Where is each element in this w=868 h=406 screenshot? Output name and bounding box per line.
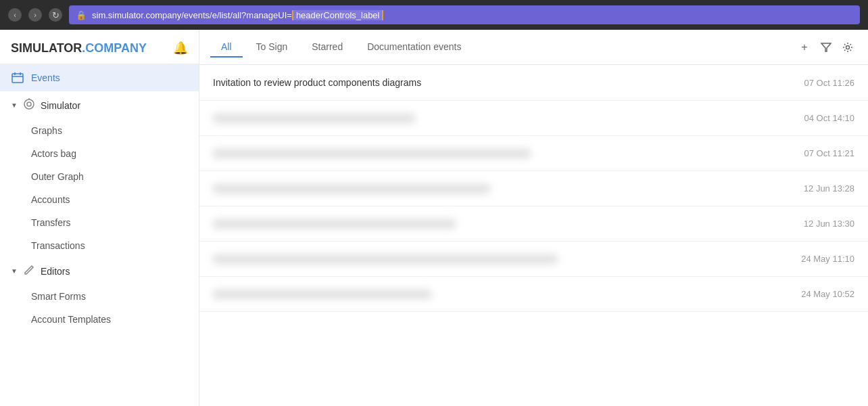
tab-starred[interactable]: Starred [301, 37, 354, 58]
event-row[interactable]: 24 May 10:52 [199, 277, 868, 312]
lock-icon: 🔒 [76, 10, 87, 20]
settings-button[interactable] [838, 38, 857, 57]
main-content: All To Sign Starred Documentation events… [199, 30, 868, 406]
event-date: 07 Oct 11:26 [804, 78, 854, 88]
event-row[interactable]: 07 Oct 11:21 [199, 136, 868, 171]
event-row[interactable]: 04 Oct 14:10 [199, 101, 868, 136]
sidebar-section-editors[interactable]: ▼ Editors [0, 257, 199, 285]
event-title-blurred [213, 149, 791, 158]
url-bar[interactable]: 🔒 sim.simulator.company/events/e/list/al… [69, 5, 860, 24]
event-date: 24 May 10:52 [801, 289, 854, 299]
tabs-bar: All To Sign Starred Documentation events… [199, 30, 868, 65]
tab-to-sign[interactable]: To Sign [245, 37, 299, 58]
event-row[interactable]: 12 Jun 13:30 [199, 206, 868, 242]
svg-rect-0 [12, 74, 23, 83]
sidebar-header: SIMULATOR.COMPANY 🔔 [0, 30, 199, 64]
svg-point-4 [24, 99, 34, 109]
event-title: Invitation to review product components … [213, 77, 791, 88]
sidebar-item-events[interactable]: Events [0, 64, 199, 91]
sidebar-item-events-label: Events [31, 72, 60, 83]
event-date: 24 May 11:10 [801, 254, 854, 264]
sidebar-item-actors-bag[interactable]: Actors bag [0, 142, 199, 165]
sidebar-item-smart-forms[interactable]: Smart Forms [0, 285, 199, 308]
url-start: sim.simulator.company/events/e [92, 10, 217, 20]
nav-forward-button[interactable]: › [28, 8, 42, 22]
sidebar-item-transactions[interactable]: Transactions [0, 234, 199, 257]
event-row[interactable]: 12 Jun 13:28 [199, 171, 868, 206]
chevron-down-icon-editors: ▼ [11, 267, 18, 275]
event-date: 12 Jun 13:30 [804, 219, 854, 229]
event-date: 12 Jun 13:28 [804, 183, 854, 194]
svg-marker-7 [821, 43, 831, 51]
browser-bar: ‹ › ↻ 🔒 sim.simulator.company/events/e/l… [0, 0, 868, 30]
events-list: Invitation to review product components … [199, 65, 868, 406]
sidebar-item-accounts[interactable]: Accounts [0, 188, 199, 211]
filter-button[interactable] [817, 38, 836, 57]
add-button[interactable]: + [795, 38, 814, 57]
url-end: /list/all?manageUI= [217, 10, 292, 20]
editors-icon [23, 264, 35, 278]
event-title-blurred [213, 254, 788, 264]
event-title-blurred [213, 219, 790, 229]
svg-point-5 [27, 102, 31, 106]
event-title-blurred [213, 114, 791, 123]
event-title-blurred [213, 184, 790, 194]
sidebar: SIMULATOR.COMPANY 🔔 Events ▼ [0, 30, 199, 406]
bell-icon[interactable]: 🔔 [173, 41, 188, 55]
url-text: sim.simulator.company/events/e/list/all?… [92, 10, 853, 20]
events-icon [11, 71, 24, 85]
svg-point-8 [846, 45, 850, 49]
sidebar-item-account-templates[interactable]: Account Templates [0, 308, 199, 331]
logo: SIMULATOR.COMPANY [11, 41, 147, 55]
sidebar-section-editors-label: Editors [41, 266, 70, 277]
logo-part1: SIMULATOR [11, 41, 82, 55]
simulator-icon [23, 98, 35, 112]
event-title-blurred [213, 290, 788, 299]
nav-refresh-button[interactable]: ↻ [49, 8, 62, 22]
app-container: SIMULATOR.COMPANY 🔔 Events ▼ [0, 30, 868, 406]
event-date: 07 Oct 11:21 [804, 148, 854, 158]
event-row[interactable]: 24 May 11:10 [199, 242, 868, 277]
sidebar-section-simulator-label: Simulator [41, 100, 80, 111]
event-date: 04 Oct 14:10 [804, 113, 854, 123]
url-highlight: headerControls_label [292, 10, 384, 20]
sidebar-section-simulator[interactable]: ▼ Simulator [0, 91, 199, 119]
tab-documentation-events[interactable]: Documentation events [356, 37, 472, 58]
logo-part2: .COMPANY [82, 41, 147, 55]
tab-all[interactable]: All [210, 37, 243, 58]
nav-back-button[interactable]: ‹ [8, 8, 22, 22]
sidebar-item-transfers[interactable]: Transfers [0, 211, 199, 234]
event-row[interactable]: Invitation to review product components … [199, 65, 868, 101]
chevron-down-icon: ▼ [11, 102, 18, 109]
sidebar-item-outer-graph[interactable]: Outer Graph [0, 165, 199, 188]
sidebar-item-graphs[interactable]: Graphs [0, 119, 199, 142]
